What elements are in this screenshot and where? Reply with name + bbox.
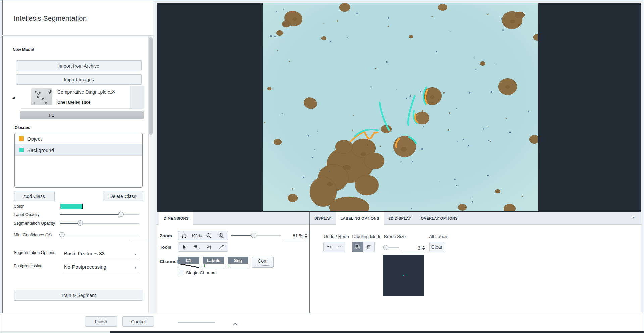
tab-dimensions[interactable]: DIMENSIONS <box>159 212 193 225</box>
step-up-icon[interactable] <box>422 246 425 247</box>
zoom-100-button[interactable]: 100 % <box>190 231 203 240</box>
single-channel-checkbox[interactable] <box>179 270 183 275</box>
draw-labels-icon <box>355 244 360 250</box>
right-gutter <box>641 0 644 331</box>
postprocessing-label: Postprocessing <box>14 264 42 268</box>
class-name: Object <box>27 136 42 142</box>
clear-labels-button[interactable]: Clear <box>429 242 444 252</box>
redo-icon <box>337 245 342 249</box>
trash-icon <box>366 244 371 250</box>
expander-icon[interactable]: ◢ <box>12 96 15 99</box>
train-segment-button[interactable]: Train & Segment <box>14 290 143 301</box>
slider-handle[interactable] <box>59 232 65 237</box>
chevron-down-icon[interactable]: ▾ <box>135 252 136 256</box>
fit-to-view-button[interactable] <box>178 231 190 240</box>
pointer-tool-button[interactable] <box>178 243 190 251</box>
zoom-out-icon <box>206 233 212 239</box>
slider-handle[interactable] <box>78 220 83 226</box>
segmentation-options-underline <box>63 259 139 259</box>
zoom-value[interactable]: 81 % <box>287 233 303 238</box>
zoom-out-button[interactable] <box>203 231 215 240</box>
erase-mode-button[interactable] <box>363 242 375 252</box>
tab-labeling-options[interactable]: LABELING OPTIONS <box>336 212 384 225</box>
import-images-button[interactable]: Import Images <box>16 74 142 85</box>
color-label: Color <box>14 204 24 209</box>
panel-collapse-chevron-icon[interactable]: ▾ <box>633 215 635 220</box>
segmentation-options-label: Segmentation Options <box>14 250 55 255</box>
zoom-stepper[interactable] <box>305 233 307 239</box>
import-from-archive-button[interactable]: Import from Archive <box>16 60 142 71</box>
tools-toolbar <box>178 242 228 252</box>
class-row-background[interactable]: Background <box>15 144 142 156</box>
display-tabs: DISPLAY LABELING OPTIONS 2D DISPLAY OVER… <box>310 212 462 225</box>
class-row-object[interactable]: Object <box>15 133 142 144</box>
close-icon[interactable]: × <box>112 89 115 94</box>
brush-size-value[interactable]: 3 <box>412 245 420 251</box>
zoom-toolbar: 100 % <box>178 231 228 240</box>
class-name: Background <box>27 147 54 153</box>
time-dimension-label: T:1 <box>48 113 54 118</box>
tab-2d-display[interactable]: 2D DISPLAY <box>384 212 416 225</box>
intellesis-window: Intellesis Segmentation New Model Import… <box>0 0 644 333</box>
finish-button[interactable]: Finish <box>85 316 117 327</box>
navigator-label-dot <box>403 275 404 276</box>
label-opacity-slider[interactable] <box>60 212 139 218</box>
min-confidence-value-field[interactable] <box>130 240 147 240</box>
scrollbar-thumb[interactable] <box>149 37 153 135</box>
undo-button[interactable] <box>324 242 334 252</box>
cancel-button[interactable]: Cancel <box>122 316 154 327</box>
slider-handle[interactable] <box>251 233 256 238</box>
background-color-swatch <box>19 148 24 152</box>
time-dimension-bar[interactable]: T:1 <box>20 111 144 119</box>
brush-size-slider[interactable] <box>383 245 399 250</box>
imported-image-item-band <box>130 86 144 108</box>
eyedropper-icon <box>219 244 224 250</box>
channel-seg-button[interactable]: Seg <box>228 257 248 268</box>
redo-button[interactable] <box>334 242 345 252</box>
postprocessing-value[interactable]: No Postprocessing <box>64 264 106 270</box>
channel-labels-button[interactable]: Labels <box>203 257 224 268</box>
undo-redo-group <box>323 242 345 252</box>
pan-tool-button[interactable] <box>203 243 215 251</box>
slider-handle[interactable] <box>383 245 388 250</box>
step-down-icon[interactable] <box>305 236 307 238</box>
tab-display[interactable]: DISPLAY <box>310 212 336 225</box>
cursor-icon <box>182 244 187 250</box>
zoom-in-button[interactable] <box>215 231 228 240</box>
undo-redo-label: Undo / Redo <box>324 234 349 239</box>
tools-label: Tools <box>160 245 171 250</box>
brush-size-stepper[interactable] <box>422 245 425 251</box>
zoom-in-icon <box>218 233 224 239</box>
tab-overlay-options[interactable]: OVERLAY OPTIONS <box>416 212 462 225</box>
channel-conf-button[interactable]: Conf <box>252 257 274 268</box>
channel-label: Labels <box>203 257 224 264</box>
zoom-region-tool-button[interactable] <box>190 243 203 251</box>
chevron-down-icon[interactable]: ▾ <box>135 266 136 269</box>
class-color-picker[interactable] <box>60 204 83 209</box>
channel-lut <box>228 264 248 268</box>
min-confidence-label: Min. Confidence (%) <box>14 233 52 237</box>
step-down-icon[interactable] <box>422 248 425 250</box>
brush-size-underline <box>402 252 425 252</box>
channel-c1-button[interactable]: C1 <box>178 257 199 268</box>
object-color-swatch <box>19 136 24 141</box>
slider-handle[interactable] <box>118 212 124 217</box>
draw-mode-button[interactable] <box>352 242 363 252</box>
channel-label: Conf <box>258 258 268 264</box>
picker-tool-button[interactable] <box>215 243 228 251</box>
microscopy-image[interactable] <box>263 3 538 211</box>
channel-lut <box>178 264 199 268</box>
header-divider <box>2 35 154 36</box>
segmentation-opacity-slider[interactable] <box>60 220 139 226</box>
zoom-slider[interactable] <box>231 233 281 239</box>
undo-icon <box>326 245 332 249</box>
file-name: Comparative Diagr...ple.czi <box>57 89 113 95</box>
channel-label: C1 <box>178 257 199 264</box>
chevron-up-icon[interactable] <box>233 322 237 326</box>
channel-lut <box>255 265 270 266</box>
add-class-button[interactable]: Add Class <box>14 191 55 201</box>
segmentation-options-value[interactable]: Basic Features 33 <box>64 251 105 256</box>
delete-class-button[interactable]: Delete Class <box>103 191 143 201</box>
step-up-icon[interactable] <box>305 234 307 235</box>
min-confidence-slider[interactable] <box>60 232 139 238</box>
